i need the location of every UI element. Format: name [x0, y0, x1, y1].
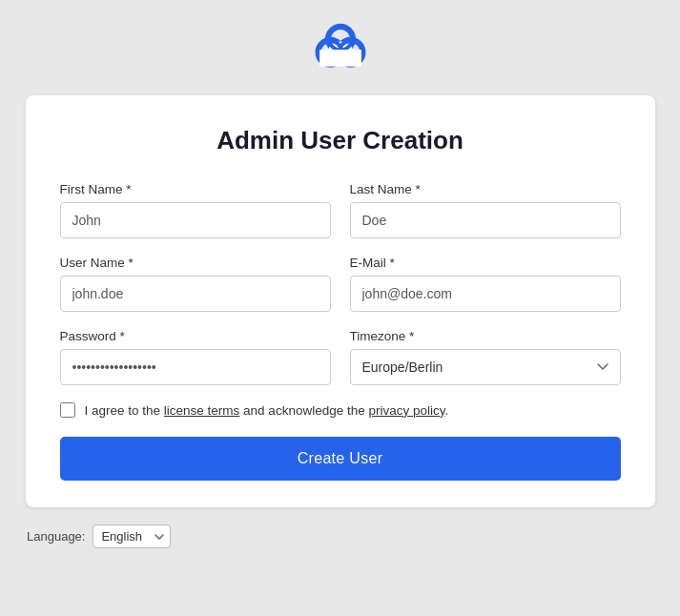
timezone-group: Timezone * Europe/Berlin UTC America/New…	[350, 329, 621, 385]
language-bar: Language: English German French Spanish …	[27, 524, 171, 548]
last-name-input[interactable]	[350, 202, 621, 238]
agreement-label: I agree to the license terms and acknowl…	[85, 403, 449, 418]
username-email-row: User Name * E-Mail *	[60, 256, 621, 312]
card-title: Admin User Creation	[60, 126, 621, 155]
cloud-logo-icon	[307, 19, 374, 76]
svg-rect-7	[319, 50, 361, 67]
password-timezone-row: Password * Timezone * Europe/Berlin UTC …	[60, 329, 621, 385]
username-group: User Name *	[60, 256, 331, 312]
username-input[interactable]	[60, 276, 331, 312]
privacy-policy-link[interactable]: privacy policy	[368, 403, 444, 418]
first-name-input[interactable]	[60, 202, 331, 238]
language-select[interactable]: English German French Spanish Chinese	[93, 524, 171, 548]
name-row: First Name * Last Name *	[60, 182, 621, 238]
email-input[interactable]	[350, 276, 621, 312]
logo-container	[307, 19, 374, 76]
agreement-checkbox[interactable]	[60, 402, 75, 418]
timezone-label: Timezone *	[350, 329, 621, 343]
language-label-text: Language:	[27, 529, 85, 544]
license-terms-link[interactable]: license terms	[164, 403, 240, 418]
password-group: Password *	[60, 329, 331, 385]
last-name-group: Last Name *	[350, 182, 621, 238]
email-label: E-Mail *	[350, 256, 621, 270]
create-user-button[interactable]: Create User	[60, 437, 621, 481]
first-name-label: First Name *	[60, 182, 331, 196]
last-name-label: Last Name *	[350, 182, 621, 196]
password-label: Password *	[60, 329, 331, 343]
agreement-row: I agree to the license terms and acknowl…	[60, 402, 621, 418]
admin-creation-card: Admin User Creation First Name * Last Na…	[26, 95, 655, 507]
email-group: E-Mail *	[350, 256, 621, 312]
first-name-group: First Name *	[60, 182, 331, 238]
timezone-select[interactable]: Europe/Berlin UTC America/New_York Ameri…	[350, 349, 621, 385]
username-label: User Name *	[60, 256, 331, 270]
password-input[interactable]	[60, 349, 331, 385]
